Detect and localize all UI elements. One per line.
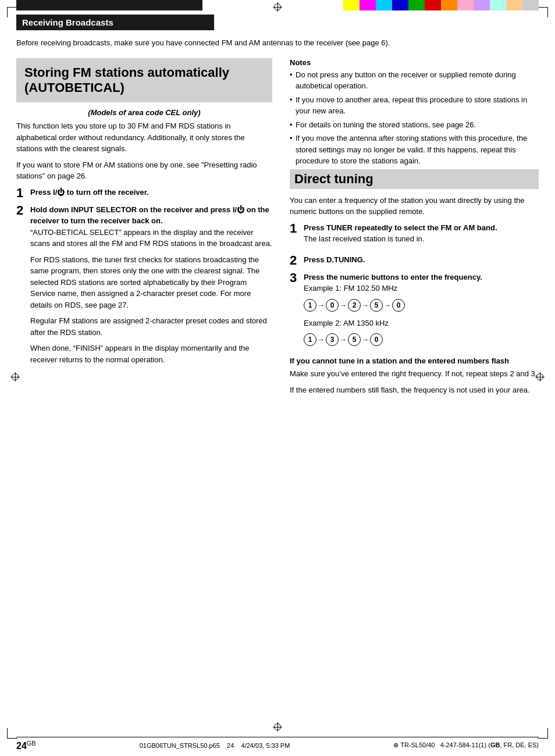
btn-1-ex2: 1 [304,333,316,346]
dt-step3-content: Press the numeric buttons to enter the f… [304,272,539,352]
footer-part: 4-247-584-11(1) [440,741,487,748]
dt-step1-content: Press TUNER repeatedly to select the FM … [304,222,539,249]
cannot-tune-body1: Make sure you’ve entered the right frequ… [290,368,539,380]
dt-step3-title: Press the numeric buttons to enter the f… [304,272,539,283]
notes-label: Notes [290,58,539,67]
footer-center: 01GB06TUN_STRSL50.p65 24 4/24/03, 5:33 P… [140,742,290,749]
btn-3-ex2: 3 [326,333,339,346]
section-title-box: Storing FM stations automatically (AUTOB… [16,58,272,103]
example2-buttons: 1 → 3 → 5 → 0 [304,333,539,346]
step-1: 1 Press I/⏻ to turn off the receiver. [16,187,272,199]
two-col-layout: Storing FM stations automatically (AUTOB… [16,58,539,734]
page-header: Receiving Broadcasts [16,15,214,30]
right-column: Notes Do not press any button on the rec… [290,58,539,734]
example1-label: Example 1: FM 102.50 MHz [304,283,539,294]
footer-date: 4/24/03, 5:33 PM [241,742,290,749]
section-title: Storing FM stations automatically (AUTOB… [24,65,264,96]
step2-body1: “AUTO-BETICAL SELECT” appears in the dis… [30,227,272,249]
note-item-1: Do not press any button on the receiver … [290,69,539,92]
dt-step-2: 2 Press D.TUNING. [290,254,539,267]
step1-content: Press I/⏻ to turn off the receiver. [30,187,272,199]
footer-lang-others: , FR, DE, ES) [500,741,539,748]
notes-list: Do not press any button on the receiver … [290,69,539,167]
arrow-1: → [318,300,325,311]
arrow-3: → [362,300,369,311]
step2-title: Hold down INPUT SELECTOR on the receiver… [30,204,272,227]
crosshair-top [273,2,282,12]
arrow-2: → [340,300,347,311]
left-column: Storing FM stations automatically (AUTOB… [16,58,272,734]
footer-model: TR-SL50/40 [400,741,435,748]
note-item-2: If you move to another area, repeat this… [290,94,539,117]
dt-step-3: 3 Press the numeric buttons to enter the… [290,272,539,352]
example1-buttons: 1 → 0 → 2 → 5 → 0 [304,299,539,312]
page-superscript: GB [27,740,36,747]
cannot-tune-heading: If you cannot tune in a station and the … [290,356,539,365]
left-para1: This function lets you store up to 30 FM… [16,120,272,155]
dt-step1-title: Press TUNER repeatedly to select the FM … [304,222,539,234]
sub-heading: (Models of area code CEL only) [16,108,272,117]
page-number: 24GB [16,741,36,751]
step2-body4: When done, “FINISH” appears in the displ… [30,343,272,365]
btn-0-ex2: 0 [370,333,383,346]
corner-mark-tr [538,7,548,17]
step2-body3: Regular FM stations are assigned 2-chara… [30,315,272,338]
direct-tuning-title: Direct tuning [290,169,539,189]
page-num-text: 24 [16,741,27,751]
step1-number: 1 [16,187,27,199]
dt-step2-number: 2 [290,254,300,267]
btn-0b-ex1: 0 [392,299,405,312]
left-para2: If you want to store FM or AM stations o… [16,159,272,182]
arrow-5: → [318,334,325,345]
corner-mark-br [538,728,548,739]
arrow-7: → [362,334,369,345]
arrow-6: → [340,334,347,345]
step2-number: 2 [16,204,27,370]
dt-step2-title: Press D.TUNING. [304,254,539,266]
btn-5-ex1: 5 [370,299,383,312]
footer-lang: GB [490,741,500,748]
btn-2-ex1: 2 [348,299,361,312]
footer-page: 24 [227,742,234,749]
footer-file: 01GB06TUN_STRSL50.p65 [140,742,220,749]
arrow-4: → [384,300,391,311]
main-content: Receiving Broadcasts Before receiving br… [16,15,539,734]
top-black-bar [16,0,202,10]
footer-right: ⊕ TR-SL50/40 4-247-584-11(1) (GB, FR, DE… [393,741,539,749]
footer: 24GB 01GB06TUN_STRSL50.p65 24 4/24/03, 5… [16,737,539,751]
step1-title: Press I/⏻ to turn off the receiver. [30,188,149,197]
step2-body2: For RDS stations, the tuner first checks… [30,254,272,311]
btn-5-ex2: 5 [348,333,361,346]
intro-text: Before receiving broadcasts, make sure y… [16,37,539,49]
step2-content: Hold down INPUT SELECTOR on the receiver… [30,204,272,370]
btn-0-ex1: 0 [326,299,339,312]
dt-step2-content: Press D.TUNING. [304,254,539,267]
dt-step3-number: 3 [290,272,300,352]
btn-1-ex1: 1 [304,299,316,312]
dt-step1-number: 1 [290,222,300,249]
cannot-tune-body2: If the entered numbers still flash, the … [290,384,539,396]
footer-left: 24GB [16,740,36,751]
footer-crosshair-sym: ⊕ [393,741,399,748]
dt-step-1: 1 Press TUNER repeatedly to select the F… [290,222,539,249]
page-header-title: Receiving Broadcasts [22,17,113,27]
note-item-4: If you move the antenna after storing st… [290,133,539,167]
note-item-3: For details on tuning the stored station… [290,119,539,131]
step-2: 2 Hold down INPUT SELECTOR on the receiv… [16,204,272,370]
example2-label: Example 2: AM 1350 kHz [304,318,539,329]
direct-intro: You can enter a frequency of the station… [290,195,539,217]
dt-step1-body: The last received station is tuned in. [304,233,539,245]
color-bar [343,0,539,10]
